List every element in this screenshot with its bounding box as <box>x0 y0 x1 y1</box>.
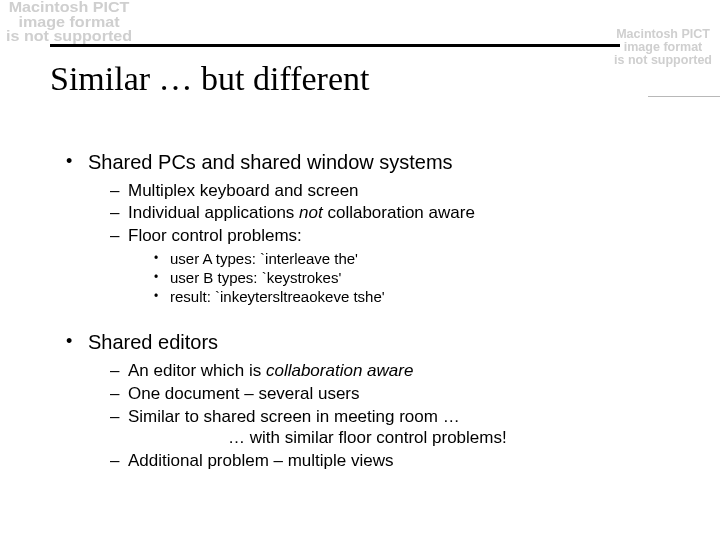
sub-item: Additional problem – multiple views <box>110 450 680 472</box>
subsub-item: user A types: `interleave the' <box>154 249 680 268</box>
bullet-shared-editors: Shared editors An editor which is collab… <box>62 330 680 471</box>
pict-warning-right: Macintosh PICT image format is not suppo… <box>614 28 712 67</box>
sub-item: Individual applications not collaboratio… <box>110 202 680 224</box>
pict-warning-left: Macintosh PICT image format is not suppo… <box>6 0 132 44</box>
sub-item: Floor control problems: user A types: `i… <box>110 225 680 306</box>
sub-item: An editor which is collaboration aware <box>110 360 680 382</box>
bullet-heading: Shared PCs and shared window systems <box>88 151 453 173</box>
side-box-rule <box>648 96 720 97</box>
bullet-shared-pcs: Shared PCs and shared window systems Mul… <box>62 150 680 306</box>
sub-item: Similar to shared screen in meeting room… <box>110 406 680 450</box>
sub-item: Multiplex keyboard and screen <box>110 180 680 202</box>
slide: { "warnings": { "left": "Macintosh PICT\… <box>0 0 720 540</box>
subsub-item: user B types: `keystrokes' <box>154 268 680 287</box>
slide-title: Similar … but different <box>50 60 369 98</box>
sub-item: One document – several users <box>110 383 680 405</box>
subsub-item: result: `inkeytersltreaokeve tshe' <box>154 287 680 306</box>
slide-body: Shared PCs and shared window systems Mul… <box>62 150 680 480</box>
bullet-heading: Shared editors <box>88 331 218 353</box>
title-rule <box>50 44 620 47</box>
